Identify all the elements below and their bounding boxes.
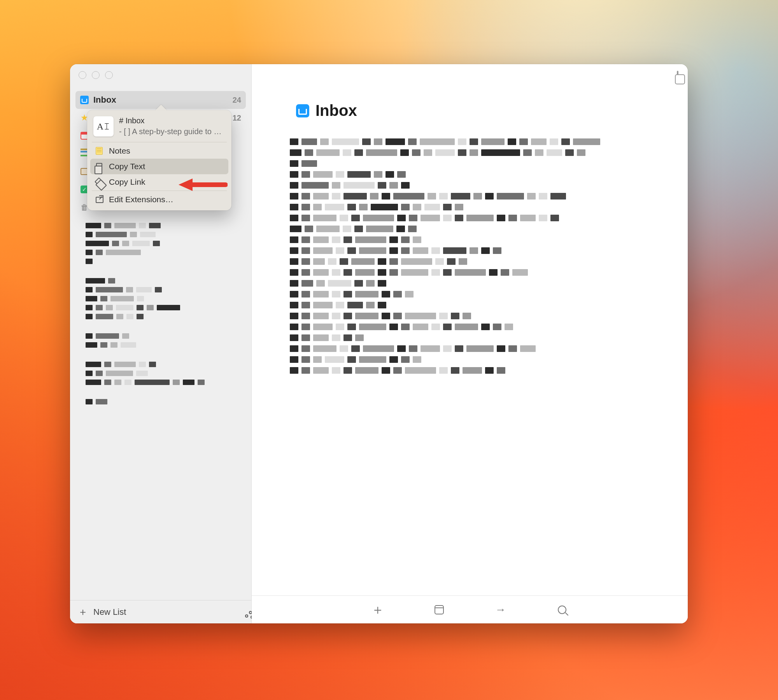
window-titlebar bbox=[70, 64, 251, 86]
popover-item-copy-text[interactable]: Copy Text bbox=[90, 159, 228, 174]
search-icon bbox=[558, 606, 566, 614]
inbox-icon bbox=[80, 96, 89, 104]
plus-icon: ＋ bbox=[371, 601, 384, 619]
popover-preview-title: # Inbox bbox=[119, 116, 224, 125]
popover-item-copy-link[interactable]: Copy Link bbox=[90, 174, 228, 190]
share-popover: A𝙸 # Inbox - [ ] A step-by-step guide to… bbox=[87, 110, 231, 210]
popover-item-label: Notes bbox=[109, 146, 130, 156]
link-icon bbox=[95, 178, 103, 186]
page-title: Inbox bbox=[252, 86, 688, 119]
arrow-right-icon: → bbox=[495, 604, 506, 616]
sidebar-item-label: Inbox bbox=[93, 95, 116, 105]
popover-preview: A𝙸 # Inbox - [ ] A step-by-step guide to… bbox=[90, 114, 228, 141]
traffic-zoom[interactable] bbox=[105, 71, 113, 79]
popover-item-edit-extensions[interactable]: Edit Extensions… bbox=[90, 192, 228, 207]
divider bbox=[92, 142, 227, 142]
schedule-button[interactable] bbox=[434, 604, 445, 615]
divider bbox=[92, 191, 227, 191]
plus-icon: ＋ bbox=[78, 605, 88, 619]
new-task-button[interactable]: ＋ bbox=[372, 604, 383, 615]
popover-item-notes[interactable]: Notes bbox=[90, 143, 228, 159]
main-pane: Inbox ＋ → bbox=[252, 64, 688, 623]
sidebar: Inbox 24 ★ 12 ✓ 🗑 bbox=[70, 64, 252, 623]
copy-icon bbox=[95, 163, 103, 170]
bottom-toolbar: ＋ → bbox=[252, 595, 688, 623]
popover-item-label: Copy Text bbox=[109, 162, 145, 171]
new-list-button[interactable]: New List bbox=[93, 607, 126, 617]
extensions-icon bbox=[95, 196, 103, 203]
sidebar-projects-blurred bbox=[75, 216, 246, 404]
popover-preview-subtitle: - [ ] A step-by-step guide to b… bbox=[119, 127, 224, 136]
sidebar-item-count: 12 bbox=[233, 114, 241, 122]
traffic-minimize[interactable] bbox=[92, 71, 100, 79]
traffic-close[interactable] bbox=[79, 71, 86, 79]
search-button[interactable] bbox=[557, 604, 568, 615]
calendar-icon bbox=[435, 605, 444, 614]
inbox-icon bbox=[296, 104, 309, 117]
task-list-blurred bbox=[252, 119, 688, 595]
app-window: Inbox 24 ★ 12 ✓ 🗑 bbox=[70, 64, 688, 623]
duplicate-window-button[interactable] bbox=[677, 72, 678, 79]
sidebar-item-count: 24 bbox=[233, 96, 241, 105]
page-title-text: Inbox bbox=[315, 102, 357, 119]
popover-item-label: Copy Link bbox=[109, 177, 145, 187]
move-button[interactable]: → bbox=[495, 604, 506, 615]
notes-icon bbox=[95, 147, 103, 155]
text-preview-icon: A𝙸 bbox=[93, 116, 114, 136]
popover-item-label: Edit Extensions… bbox=[109, 195, 173, 204]
sidebar-footer: ＋ New List bbox=[70, 600, 251, 623]
duplicate-icon bbox=[677, 71, 678, 79]
main-header bbox=[252, 64, 688, 86]
